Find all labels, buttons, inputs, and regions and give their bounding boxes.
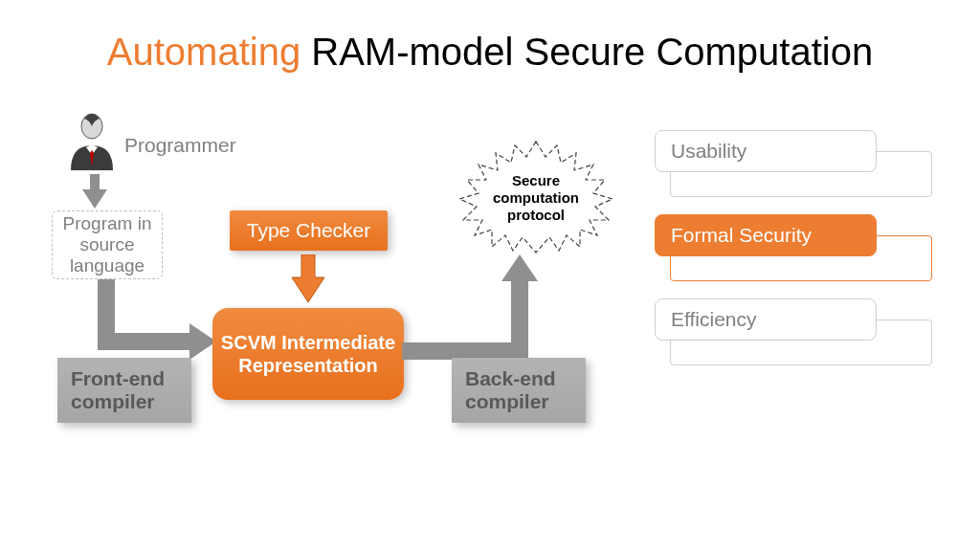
source-language-box: Program in source language — [52, 210, 163, 279]
property-label: Efficiency — [671, 308, 757, 331]
source-language-text: Program in source language — [53, 213, 162, 276]
frontend-compiler-box: Front-end compiler — [57, 358, 191, 423]
property-formal-security: Formal Security — [655, 214, 932, 277]
property-label: Usability — [671, 140, 746, 163]
starburst-secure-protocol: Secure computation protocol — [450, 136, 622, 260]
backend-compiler-label: Back-end compiler — [465, 367, 556, 412]
type-checker-label: Type Checker — [247, 219, 371, 242]
arrow-down-icon — [80, 174, 109, 210]
arrow-elbow-right-icon — [94, 279, 218, 365]
title-accent: Automating — [107, 31, 301, 73]
property-efficiency: Efficiency — [655, 298, 932, 362]
scvm-ir-label: SCVM Intermediate Representation — [212, 331, 404, 377]
property-tab: Usability — [655, 130, 877, 172]
property-label: Formal Security — [671, 224, 812, 247]
property-tab: Formal Security — [655, 214, 877, 256]
arrow-down-orange-icon — [291, 254, 325, 304]
property-usability: Usability — [655, 130, 932, 193]
backend-compiler-box: Back-end compiler — [452, 358, 586, 423]
title-rest: RAM-model Secure Computation — [301, 31, 873, 73]
arrow-elbow-up-icon — [402, 253, 546, 365]
person-icon — [65, 113, 119, 172]
property-tab: Efficiency — [655, 298, 877, 341]
starburst-label: Secure computation protocol — [450, 136, 622, 260]
scvm-ir-box: SCVM Intermediate Representation — [212, 308, 404, 400]
programmer-label: Programmer — [124, 134, 236, 157]
page-title: Automating RAM-model Secure Computation — [0, 31, 980, 74]
frontend-compiler-label: Front-end compiler — [71, 367, 165, 412]
type-checker-box: Type Checker — [230, 210, 388, 251]
